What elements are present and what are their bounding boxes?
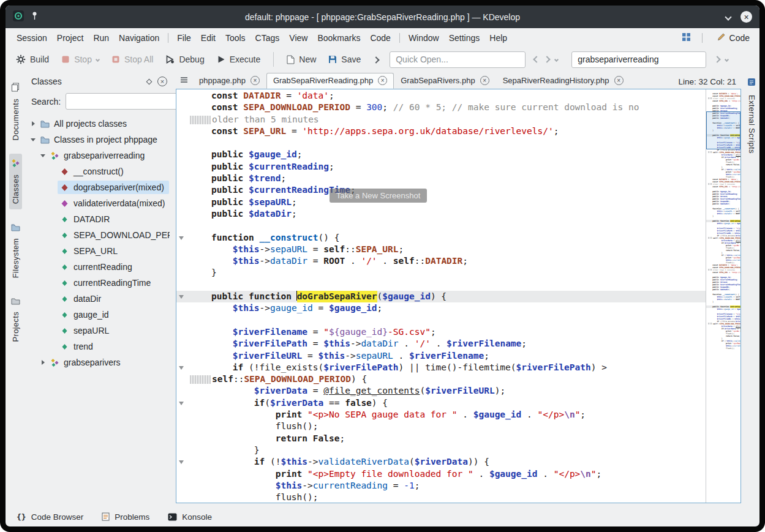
code-gutter[interactable] — [176, 114, 190, 126]
code-gutter[interactable] — [176, 421, 190, 432]
code-gutter[interactable] — [176, 173, 190, 184]
execute-button[interactable]: Execute — [211, 51, 266, 68]
code-line[interactable]: print "<p>Empty file downloaded for " . … — [176, 468, 706, 480]
dock-tab-filesystem[interactable]: Filesystem — [9, 218, 22, 283]
code-gutter[interactable] — [176, 232, 190, 244]
code-line[interactable]: function __construct() { — [176, 232, 706, 244]
code-gutter[interactable] — [176, 302, 190, 314]
code-gutter[interactable] — [176, 433, 190, 444]
code-line[interactable]: print "<p>No SEPA gauge data for " . $ga… — [176, 409, 706, 421]
close-window-button[interactable]: × — [741, 11, 752, 23]
fold-marker-icon[interactable] — [179, 236, 184, 240]
tree-item[interactable]: SEPA_URL — [26, 243, 170, 259]
tab-close-icon[interactable]: × — [251, 76, 260, 85]
expander-icon[interactable] — [39, 151, 48, 160]
menu-tools[interactable]: Tools — [220, 31, 251, 45]
code-line[interactable] — [176, 137, 706, 149]
menu-ctags[interactable]: CTags — [251, 31, 285, 45]
tree-item[interactable]: dograbsepariver(mixed) — [26, 179, 170, 195]
code-line[interactable]: } — [176, 267, 706, 279]
tab-separiverreadinghistory-php[interactable]: SepaRiverReadingHistory.php× — [496, 73, 630, 89]
code-line[interactable] — [176, 315, 706, 326]
new-button[interactable]: New — [281, 51, 322, 68]
code-line[interactable]: flush(); — [176, 492, 706, 503]
code-gutter[interactable] — [176, 492, 190, 503]
code-gutter[interactable] — [176, 184, 190, 196]
toolbar-search-input[interactable] — [571, 51, 706, 68]
document-list-icon[interactable] — [177, 73, 192, 89]
tree-item[interactable]: sepaURL — [26, 323, 170, 339]
code-gutter[interactable] — [176, 197, 190, 208]
menu-window[interactable]: Window — [404, 31, 444, 45]
code-line[interactable]: const SEPA_DOWNLOAD_PERIOD = 300; // 60 … — [176, 102, 706, 113]
code-gutter[interactable] — [176, 220, 190, 231]
code-browser-button[interactable]: {}Code Browser — [17, 512, 83, 522]
code-line[interactable]: public $currentReadingTime; — [176, 184, 706, 196]
fold-marker-icon[interactable] — [179, 366, 184, 370]
back-icon[interactable] — [533, 56, 540, 62]
code-line[interactable]: public function doGrabSepaRiver($gauge_i… — [176, 291, 706, 302]
editor-body[interactable]: const DATADIR = 'data'; const SEPA_DOWNL… — [176, 89, 741, 503]
debug-button[interactable]: Debug — [160, 51, 209, 68]
stop-all-button[interactable]: Stop All — [106, 51, 159, 68]
code-gutter[interactable] — [176, 208, 190, 220]
area-switcher-grid-icon[interactable] — [682, 32, 691, 43]
pin-icon[interactable] — [31, 11, 38, 23]
tree-item[interactable]: dataDir — [26, 291, 170, 307]
tab-close-icon[interactable]: × — [480, 76, 489, 85]
menu-bookmarks[interactable]: Bookmarks — [312, 31, 365, 45]
code-area-button[interactable]: Code — [714, 31, 753, 45]
dock-tab-projects[interactable]: Projects — [9, 291, 22, 347]
tab-close-icon[interactable]: × — [614, 76, 624, 85]
code-line[interactable]: $riverFilename = "${gauge_id}-SG.csv"; — [176, 326, 706, 338]
code-gutter[interactable] — [176, 326, 190, 338]
code-gutter[interactable] — [176, 315, 190, 326]
menu-session[interactable]: Session — [12, 31, 52, 45]
code-line[interactable]: $riverData = @file_get_contents($riverFi… — [176, 385, 706, 397]
code-line[interactable]: const DATADIR = 'data'; — [176, 90, 706, 102]
konsole-button[interactable]: Konsole — [168, 512, 212, 522]
tree-item[interactable]: gauge_id — [26, 307, 170, 323]
tab-grabsepariverreading-php[interactable]: GrabSepaRiverReading.php× — [266, 73, 394, 89]
dock-tab-classes[interactable]: Classes — [9, 154, 22, 209]
code-line[interactable]: if($riverData == false) { — [176, 397, 706, 409]
code-line[interactable]: if (!file_exists($riverFilePath) || time… — [176, 362, 706, 373]
code-gutter[interactable] — [176, 90, 190, 102]
code-gutter[interactable] — [176, 137, 190, 149]
tree-item[interactable]: DATADIR — [26, 211, 170, 227]
code-line[interactable]: older than 5 minutes — [176, 114, 706, 126]
menu-project[interactable]: Project — [52, 31, 89, 45]
code-gutter[interactable] — [176, 456, 190, 468]
code-line[interactable]: public $sepaURL; — [176, 197, 706, 208]
code-gutter[interactable] — [176, 291, 190, 302]
minimap-scrollbar[interactable]: const DATADIR = 'data'; const SEPA_DOWNL… — [706, 89, 741, 503]
code-gutter[interactable] — [176, 126, 190, 137]
search-next-icon[interactable] — [714, 56, 721, 62]
code-gutter[interactable] — [176, 373, 190, 385]
code-gutter[interactable] — [176, 102, 190, 113]
toolbar-overflow-button[interactable] — [369, 54, 383, 64]
fold-marker-icon[interactable] — [179, 295, 184, 299]
code-gutter[interactable] — [176, 161, 190, 173]
tree-item[interactable]: All projects classes — [26, 116, 170, 132]
history-dropdown-icon[interactable] — [554, 57, 559, 61]
shade-window-icon[interactable] — [725, 13, 731, 20]
code-line[interactable]: self::SEPA_DOWNLOAD_PERIOD) { — [176, 373, 706, 385]
code-line[interactable]: flush(); — [176, 421, 706, 432]
code-line[interactable]: public $gauge_id; — [176, 149, 706, 160]
code-gutter[interactable] — [176, 350, 190, 362]
classes-search-input[interactable] — [66, 93, 187, 110]
fold-marker-icon[interactable] — [179, 402, 184, 405]
tree-item[interactable]: SEPA_DOWNLOAD_PERIOD — [26, 227, 170, 243]
tree-item[interactable]: Classes in project phppage — [26, 132, 170, 148]
code-line[interactable]: public $trend; — [176, 173, 706, 184]
tree-item[interactable]: __construct() — [26, 163, 170, 179]
titlebar[interactable]: default: phppage - [ phppage:GrabSepaRiv… — [6, 6, 759, 28]
menu-view[interactable]: View — [284, 31, 312, 45]
code-gutter[interactable] — [176, 279, 190, 291]
code-line[interactable]: public $currentReading; — [176, 161, 706, 173]
code-gutter[interactable] — [176, 468, 190, 480]
fold-marker-icon[interactable] — [179, 460, 184, 464]
minim ap-viewport[interactable] — [706, 111, 741, 149]
code-line[interactable]: $riverFilePath = $this->dataDir . '/' . … — [176, 338, 706, 350]
